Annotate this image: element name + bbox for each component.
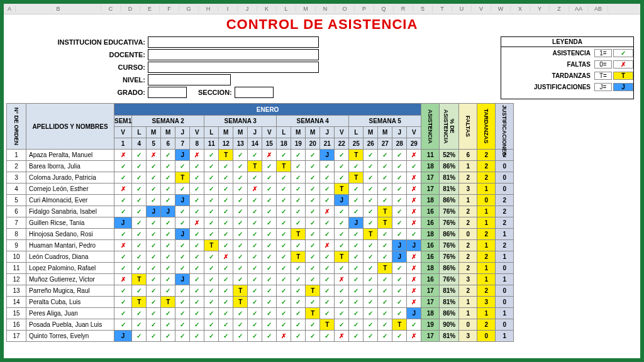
attendance-cell[interactable]: ✓ xyxy=(132,184,147,195)
attendance-cell[interactable]: ✗ xyxy=(407,331,421,342)
input-nivel[interactable] xyxy=(148,74,231,85)
attendance-cell[interactable]: ✓ xyxy=(262,217,277,229)
attendance-cell[interactable]: ✓ xyxy=(335,240,349,251)
attendance-cell[interactable]: ✓ xyxy=(364,184,378,195)
attendance-cell[interactable]: ✓ xyxy=(190,251,204,263)
attendance-cell[interactable]: ✗ xyxy=(407,184,421,195)
attendance-cell[interactable]: ✓ xyxy=(190,172,204,184)
attendance-cell[interactable]: ✓ xyxy=(114,251,132,263)
attendance-cell[interactable]: ✓ xyxy=(291,263,306,274)
attendance-cell[interactable]: ✓ xyxy=(277,308,291,319)
attendance-cell[interactable]: ✓ xyxy=(378,319,392,331)
attendance-cell[interactable]: ✗ xyxy=(407,263,421,274)
attendance-cell[interactable]: ✗ xyxy=(407,206,421,217)
attendance-cell[interactable]: ✓ xyxy=(378,308,392,319)
attendance-cell[interactable]: ✓ xyxy=(248,331,262,342)
attendance-cell[interactable]: ✓ xyxy=(147,297,161,308)
attendance-cell[interactable]: ✓ xyxy=(204,172,219,184)
attendance-cell[interactable]: ✓ xyxy=(248,251,262,263)
attendance-cell[interactable]: ✓ xyxy=(335,319,349,331)
attendance-cell[interactable]: ✓ xyxy=(306,251,320,263)
attendance-cell[interactable]: ✓ xyxy=(364,319,378,331)
attendance-cell[interactable]: ✗ xyxy=(114,184,132,195)
attendance-cell[interactable]: T xyxy=(378,206,392,217)
attendance-cell[interactable]: ✓ xyxy=(175,240,190,251)
attendance-cell[interactable]: ✗ xyxy=(190,217,204,229)
attendance-cell[interactable]: ✓ xyxy=(190,240,204,251)
attendance-cell[interactable]: T xyxy=(378,217,392,229)
attendance-cell[interactable]: ✗ xyxy=(407,172,421,184)
attendance-cell[interactable]: ✓ xyxy=(233,308,248,319)
attendance-cell[interactable]: ✓ xyxy=(248,172,262,184)
attendance-cell[interactable]: J xyxy=(349,217,364,229)
attendance-cell[interactable]: T xyxy=(204,240,219,251)
attendance-cell[interactable]: ✓ xyxy=(132,150,147,161)
attendance-cell[interactable]: ✓ xyxy=(306,297,320,308)
attendance-cell[interactable]: ✓ xyxy=(349,308,364,319)
attendance-cell[interactable]: T xyxy=(349,172,364,184)
attendance-cell[interactable]: ✓ xyxy=(291,172,306,184)
attendance-cell[interactable]: ✓ xyxy=(349,274,364,285)
attendance-cell[interactable]: ✓ xyxy=(306,229,320,240)
attendance-cell[interactable]: ✗ xyxy=(407,285,421,297)
attendance-cell[interactable]: ✓ xyxy=(190,263,204,274)
attendance-cell[interactable]: ✓ xyxy=(335,229,349,240)
attendance-cell[interactable]: ✓ xyxy=(262,172,277,184)
attendance-cell[interactable]: ✓ xyxy=(378,285,392,297)
attendance-cell[interactable]: ✓ xyxy=(114,308,132,319)
attendance-cell[interactable]: ✗ xyxy=(147,150,161,161)
attendance-cell[interactable]: ✓ xyxy=(320,297,335,308)
attendance-cell[interactable]: ✓ xyxy=(277,229,291,240)
attendance-cell[interactable]: ✓ xyxy=(277,274,291,285)
attendance-cell[interactable]: ✓ xyxy=(132,172,147,184)
attendance-cell[interactable]: ✓ xyxy=(233,251,248,263)
attendance-cell[interactable]: ✓ xyxy=(277,263,291,274)
attendance-cell[interactable]: ✓ xyxy=(204,195,219,206)
attendance-cell[interactable]: ✓ xyxy=(392,217,407,229)
attendance-cell[interactable]: ✓ xyxy=(219,274,233,285)
attendance-cell[interactable]: J xyxy=(392,251,407,263)
attendance-cell[interactable]: ✓ xyxy=(147,285,161,297)
attendance-cell[interactable]: ✓ xyxy=(233,240,248,251)
attendance-cell[interactable]: ✓ xyxy=(175,251,190,263)
attendance-cell[interactable]: T xyxy=(349,150,364,161)
attendance-cell[interactable]: ✓ xyxy=(349,263,364,274)
attendance-cell[interactable]: ✓ xyxy=(233,331,248,342)
attendance-cell[interactable]: ✓ xyxy=(349,206,364,217)
attendance-cell[interactable]: ✗ xyxy=(407,297,421,308)
attendance-cell[interactable]: ✓ xyxy=(291,240,306,251)
attendance-cell[interactable]: ✓ xyxy=(291,319,306,331)
attendance-cell[interactable]: ✓ xyxy=(248,297,262,308)
attendance-cell[interactable]: ✓ xyxy=(161,331,175,342)
attendance-cell[interactable]: ✓ xyxy=(219,319,233,331)
attendance-cell[interactable]: ✓ xyxy=(349,285,364,297)
attendance-cell[interactable]: ✓ xyxy=(161,184,175,195)
attendance-cell[interactable]: ✓ xyxy=(190,195,204,206)
attendance-cell[interactable]: ✓ xyxy=(392,195,407,206)
attendance-cell[interactable]: ✗ xyxy=(407,150,421,161)
attendance-cell[interactable]: ✓ xyxy=(277,251,291,263)
attendance-cell[interactable]: J xyxy=(320,150,335,161)
attendance-cell[interactable]: ✓ xyxy=(349,161,364,172)
attendance-cell[interactable]: ✓ xyxy=(364,172,378,184)
attendance-cell[interactable]: ✓ xyxy=(306,331,320,342)
attendance-cell[interactable]: ✓ xyxy=(262,263,277,274)
attendance-cell[interactable]: T xyxy=(335,251,349,263)
attendance-cell[interactable]: ✓ xyxy=(233,229,248,240)
attendance-cell[interactable]: ✓ xyxy=(378,331,392,342)
attendance-cell[interactable]: ✓ xyxy=(262,274,277,285)
attendance-cell[interactable]: ✓ xyxy=(320,184,335,195)
attendance-cell[interactable]: ✓ xyxy=(132,319,147,331)
attendance-cell[interactable]: ✓ xyxy=(364,161,378,172)
attendance-cell[interactable]: ✓ xyxy=(248,308,262,319)
attendance-cell[interactable]: ✓ xyxy=(349,331,364,342)
attendance-cell[interactable]: ✓ xyxy=(306,274,320,285)
attendance-cell[interactable]: ✓ xyxy=(161,229,175,240)
attendance-cell[interactable]: ✓ xyxy=(132,308,147,319)
attendance-cell[interactable]: ✓ xyxy=(277,206,291,217)
attendance-cell[interactable]: ✓ xyxy=(161,319,175,331)
attendance-cell[interactable]: ✓ xyxy=(190,229,204,240)
attendance-cell[interactable]: ✓ xyxy=(306,172,320,184)
attendance-cell[interactable]: ✓ xyxy=(349,297,364,308)
attendance-cell[interactable]: ✓ xyxy=(147,217,161,229)
